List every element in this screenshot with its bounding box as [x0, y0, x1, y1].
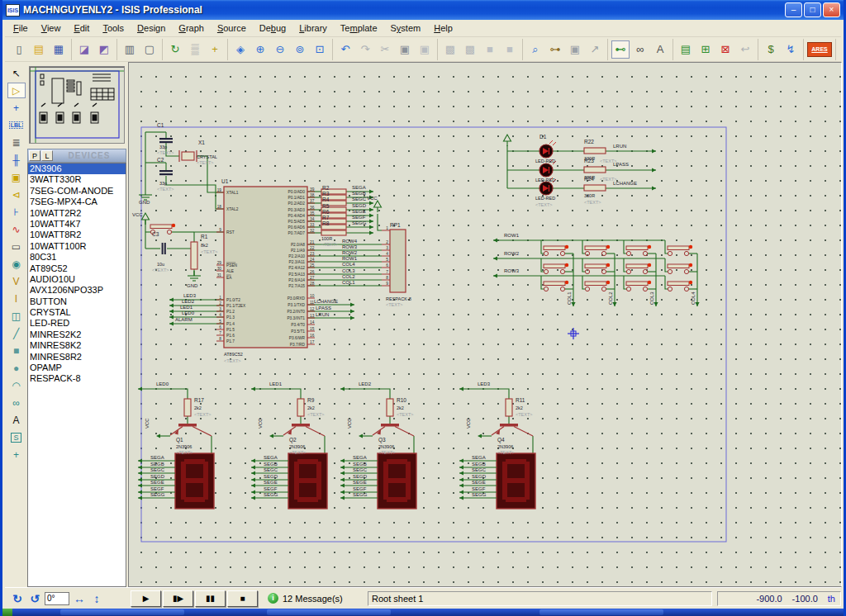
component-mode-icon[interactable]: ▷	[7, 83, 26, 98]
search-tag-icon[interactable]: ∞	[631, 40, 649, 59]
save-file-icon[interactable]: ▦	[50, 40, 68, 59]
redo-icon[interactable]: ↷	[356, 40, 374, 59]
import-section-icon[interactable]: ◪	[75, 40, 93, 59]
marker-2d-icon[interactable]: +	[7, 447, 26, 462]
make-device-icon[interactable]: ⊶	[546, 40, 564, 59]
stop-button[interactable]: ■	[227, 590, 258, 607]
device-item[interactable]: 10WATT100R	[28, 241, 126, 252]
maximize-button[interactable]: □	[804, 2, 821, 17]
wire-autorouter-icon[interactable]: ⊷	[611, 40, 630, 59]
cut-icon[interactable]: ✂	[376, 40, 394, 59]
block-move-icon[interactable]: ▩	[461, 40, 479, 59]
zoom-out-icon[interactable]: ⊖	[271, 40, 289, 59]
device-item[interactable]: MINRES8R2	[28, 352, 126, 362]
device-item[interactable]: OPAMP	[28, 362, 126, 373]
bill-of-materials-icon[interactable]: $	[762, 40, 780, 59]
flip-vertical-icon[interactable]: ↕	[89, 592, 104, 605]
device-item[interactable]: AUDIO10U	[28, 274, 126, 285]
design-explorer-icon[interactable]: ▤	[677, 40, 695, 59]
netlist-to-ares-icon[interactable]: ARES	[807, 42, 832, 57]
device-item[interactable]: CRYSTAL	[28, 307, 126, 318]
pan-icon[interactable]: ◈	[231, 40, 250, 59]
device-item[interactable]: LED-RED	[28, 318, 126, 329]
menu-system[interactable]: System	[384, 21, 428, 36]
toggle-grid-icon[interactable]: ▒	[186, 40, 204, 59]
menu-edit[interactable]: Edit	[67, 21, 96, 36]
block-copy-icon[interactable]: ▩	[441, 40, 459, 59]
goto-sheet-icon[interactable]: ↩	[736, 40, 754, 59]
property-assignment-icon[interactable]: A	[651, 40, 669, 59]
box-2d-icon[interactable]: ■	[7, 343, 26, 358]
zoom-area-icon[interactable]: ⊡	[311, 40, 329, 59]
device-item[interactable]: BUTTON	[28, 296, 126, 307]
packaging-tool-icon[interactable]: ↗	[586, 40, 604, 59]
tape-recorder-mode-icon[interactable]: ▭	[7, 239, 26, 254]
zoom-all-icon[interactable]: ⊚	[291, 40, 309, 59]
play-button[interactable]: ▶	[131, 590, 161, 607]
origin-icon[interactable]: +	[206, 40, 224, 59]
mark-output-area-icon[interactable]: ▢	[140, 40, 159, 59]
device-item[interactable]: 80C31	[28, 252, 126, 263]
pick-parts-icon[interactable]: ⌕	[526, 40, 544, 59]
voltage-probe-mode-icon[interactable]: V	[7, 273, 26, 289]
flip-horizontal-icon[interactable]: ↔	[72, 592, 87, 605]
block-delete-icon[interactable]: ■	[501, 40, 519, 59]
rotate-clockwise-icon[interactable]: ↻	[10, 592, 25, 605]
menu-file[interactable]: File	[7, 21, 35, 36]
menu-debug[interactable]: Debug	[253, 21, 292, 36]
device-item[interactable]: 2N3906	[28, 163, 126, 174]
menu-source[interactable]: Source	[211, 21, 253, 36]
line-2d-icon[interactable]: ╱	[7, 325, 26, 341]
message-area[interactable]: i 12 Message(s)	[268, 593, 363, 604]
open-folder-icon[interactable]: ▤	[30, 40, 48, 59]
step-button[interactable]: ▮▶	[163, 590, 193, 607]
subcircuit-mode-icon[interactable]: ▣	[7, 169, 26, 185]
graph-mode-icon[interactable]: ∿	[7, 221, 26, 237]
block-rotate-icon[interactable]: ■	[481, 40, 499, 59]
make-symbol-icon[interactable]: ▣	[566, 40, 584, 59]
close-button[interactable]: ×	[823, 2, 840, 17]
generator-mode-icon[interactable]: ◉	[7, 256, 26, 272]
menu-view[interactable]: View	[35, 21, 68, 36]
circle-2d-icon[interactable]: ●	[7, 360, 26, 376]
device-item[interactable]: AVX1206NPO33P	[28, 285, 126, 296]
pause-button[interactable]: ▮▮	[195, 590, 226, 607]
selection-mode-icon[interactable]: ↖	[7, 65, 26, 81]
device-item[interactable]: 10WATT2R2	[28, 208, 126, 219]
pick-device-button[interactable]: P	[29, 150, 40, 161]
arc-2d-icon[interactable]: ◠	[7, 377, 26, 393]
terminals-mode-icon[interactable]: ⊲	[7, 187, 26, 202]
new-sheet-icon[interactable]: ⊞	[696, 40, 715, 59]
menu-graph[interactable]: Graph	[172, 21, 211, 36]
schematic-canvas[interactable]: SEGASEGBSEGCSEGDSEGESEGFSEGGLED0R172k2<T…	[128, 62, 842, 587]
current-probe-mode-icon[interactable]: I	[7, 291, 26, 306]
rotation-angle-input[interactable]	[45, 592, 69, 605]
remove-sheet-icon[interactable]: ⊠	[716, 40, 734, 59]
print-icon[interactable]: ▥	[121, 40, 139, 59]
device-item[interactable]: 10WATT8R2	[28, 230, 126, 240]
device-item[interactable]: AT89C52	[28, 263, 126, 274]
text-2d-icon[interactable]: A	[7, 412, 26, 428]
device-item[interactable]: MINRES2K2	[28, 329, 126, 340]
menu-design[interactable]: Design	[131, 21, 172, 36]
new-file-icon[interactable]: ▯	[10, 40, 28, 59]
zoom-in-icon[interactable]: ⊕	[251, 40, 269, 59]
device-item[interactable]: 10WATT4K7	[28, 219, 126, 230]
undo-icon[interactable]: ↶	[336, 40, 354, 59]
wire-label-mode-icon[interactable]: LBL	[7, 117, 26, 133]
junction-dot-mode-icon[interactable]: +	[7, 100, 26, 116]
electrical-rule-check-icon[interactable]: ↯	[782, 40, 800, 59]
device-item[interactable]: 3WATT330R	[28, 174, 126, 185]
device-item[interactable]: 7SEG-MPX4-CA	[28, 197, 126, 207]
device-item[interactable]: RESPACK-8	[28, 373, 126, 384]
overview-minimap[interactable]	[29, 66, 125, 144]
device-pins-mode-icon[interactable]: ⊦	[7, 204, 26, 220]
virtual-instruments-mode-icon[interactable]: ◫	[7, 308, 26, 324]
buses-mode-icon[interactable]: ╫	[7, 152, 26, 168]
device-item[interactable]: MINRES8K2	[28, 340, 126, 351]
symbol-2d-icon[interactable]: S	[7, 429, 26, 445]
menu-library[interactable]: Library	[292, 21, 334, 36]
menu-help[interactable]: Help	[427, 21, 459, 36]
text-script-mode-icon[interactable]: ≣	[7, 135, 26, 150]
device-item[interactable]: 7SEG-COM-ANODE	[28, 186, 126, 197]
